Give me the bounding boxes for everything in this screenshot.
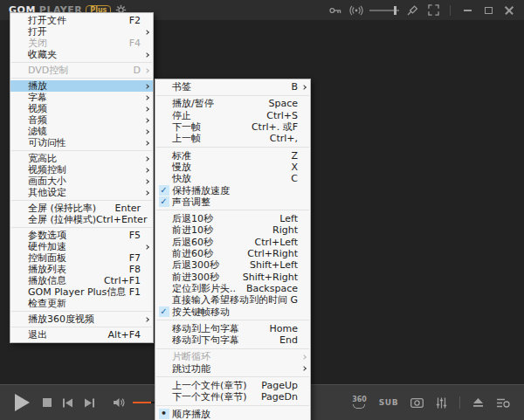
snapshot-icon[interactable]	[410, 397, 424, 408]
main-menu: 打开文件F2打开关闭F4收藏夹DVD控制D播放字幕视频音频滤镜可访问性宽高比视频…	[10, 12, 154, 343]
menu-item[interactable]: 下一帧Ctrl+. 或F	[155, 121, 310, 133]
menu-item[interactable]: 全屏 (拉伸模式)Ctrl+Enter	[10, 214, 153, 225]
menu-separator	[156, 95, 309, 96]
subtitles-icon[interactable]: SUB	[379, 398, 398, 407]
menu-item[interactable]: 下一个文件(章节)PageDn	[155, 391, 310, 403]
menu-separator	[156, 147, 309, 148]
menu-item[interactable]: 直接输入希望移动到的时间G	[155, 294, 310, 306]
maximize-button[interactable]	[480, 3, 496, 18]
menu-item[interactable]: 片断循环	[155, 351, 310, 362]
eject-icon[interactable]	[472, 397, 484, 408]
menu-separator	[11, 150, 152, 151]
menu-item[interactable]: 播放/暂停Space	[155, 98, 310, 109]
360-video-icon[interactable]: 360	[352, 396, 367, 409]
menu-item[interactable]: 慢放X	[155, 162, 310, 173]
menu-item-shortcut: F2	[129, 15, 141, 26]
menu-separator	[156, 210, 309, 210]
menu-item-label: 顺序播放	[172, 408, 210, 420]
menu-item-label: 播放360度视频	[28, 313, 94, 326]
menu-separator	[11, 311, 152, 312]
fullscreen-icon[interactable]	[425, 3, 441, 18]
360-arc	[353, 404, 365, 409]
submenu-arrow-icon	[142, 157, 153, 161]
menu-item[interactable]: 停止Ctrl+S	[155, 110, 310, 121]
menu-separator	[156, 405, 309, 406]
menu-item-shortcut: B	[291, 81, 298, 93]
menu-item[interactable]: •顺序播放	[155, 408, 310, 419]
menu-separator	[11, 200, 152, 201]
opacity-slider[interactable]	[369, 5, 399, 16]
menu-item[interactable]: ✓声音调整	[155, 196, 310, 208]
menu-item-shortcut: F1	[129, 286, 141, 298]
menu-item[interactable]: 退出Alt+F4	[10, 329, 153, 341]
equalizer-icon[interactable]	[436, 397, 447, 409]
menu-item-shortcut: F5	[129, 230, 141, 241]
menu-item[interactable]: 可访问性	[10, 137, 153, 148]
key-icon[interactable]	[328, 3, 343, 18]
menu-item-label: 跳过功能	[172, 362, 210, 375]
menu-item[interactable]: 定位到影片头..Backspace	[155, 283, 310, 294]
menu-item[interactable]: 其他设定	[10, 187, 153, 198]
menu-item[interactable]: DVD控制D	[10, 65, 153, 76]
menu-item[interactable]: 标准Z	[155, 149, 310, 161]
menu-item[interactable]: 收藏夹	[10, 49, 153, 60]
menu-item-shortcut: Ctrl+Enter	[96, 214, 147, 225]
controlbar-separator	[459, 396, 460, 409]
play-button[interactable]	[15, 394, 30, 411]
menu-item[interactable]: 后退10秒Left	[155, 213, 310, 224]
menu-item-shortcut: Shift+Left	[250, 259, 298, 271]
menu-item-label: DVD控制	[28, 64, 68, 77]
submenu-arrow-icon	[300, 86, 310, 89]
menu-item[interactable]: 后退300秒Shift+Left	[155, 259, 310, 271]
menu-item[interactable]: ✓按关键帧移动	[155, 306, 310, 317]
menu-item[interactable]: 移动到下句字幕End	[155, 334, 310, 346]
menu-item[interactable]: 书签B	[155, 81, 310, 93]
submenu-arrow-icon	[142, 245, 153, 249]
menu-item-shortcut: Ctrl+,	[270, 133, 298, 144]
menu-item[interactable]: 移动到上句字幕Home	[155, 323, 310, 334]
submenu-arrow-icon	[142, 31, 153, 34]
menu-item-shortcut: PageUp	[261, 380, 298, 391]
stop-button[interactable]	[43, 398, 52, 407]
menu-separator	[156, 320, 309, 320]
menu-item-shortcut: Alt+F4	[108, 329, 141, 341]
menu-item[interactable]: 跳过功能	[155, 363, 310, 375]
360-label: 360	[352, 396, 367, 403]
minimize-button[interactable]	[459, 3, 475, 18]
menu-item-shortcut: X	[291, 162, 298, 173]
menu-item[interactable]: 前进300秒Shift+Right	[155, 271, 310, 282]
close-button[interactable]	[501, 3, 517, 18]
menu-item-shortcut: Z	[291, 150, 298, 162]
opacity-slider-handle[interactable]	[394, 6, 396, 15]
pin-icon[interactable]	[404, 3, 420, 18]
menu-item[interactable]: 播放360度视频	[10, 313, 153, 325]
submenu-arrow-icon	[142, 191, 153, 195]
menu-item-shortcut: F8	[129, 264, 141, 275]
menu-item-shortcut: Ctrl+Left	[255, 237, 298, 248]
menu-item-shortcut: End	[279, 334, 298, 346]
menu-item[interactable]: 检查更新	[10, 298, 153, 309]
menu-item[interactable]: ✓保持播放速度	[155, 184, 310, 196]
titlebar-separator	[450, 5, 451, 16]
menu-item-shortcut: Backspace	[246, 283, 298, 294]
menu-item[interactable]: 上一个文件(章节)PageUp	[155, 380, 310, 391]
menu-item-label: 下一个文件(章节)	[172, 390, 247, 403]
volume-icon[interactable]	[113, 397, 125, 408]
menu-item-shortcut: Right	[272, 224, 298, 236]
titlebar-right-controls	[328, 3, 517, 18]
playlist-icon[interactable]	[496, 397, 510, 408]
previous-button[interactable]	[62, 398, 73, 408]
menu-separator	[11, 227, 152, 228]
menu-item[interactable]: 后退60秒Ctrl+Left	[155, 237, 310, 248]
menu-item[interactable]: 快放C	[155, 173, 310, 184]
broadcast-icon[interactable]	[348, 3, 364, 18]
submenu-arrow-icon	[300, 367, 310, 370]
menu-item[interactable]: 前进60秒Ctrl+Right	[155, 248, 310, 259]
menu-item-label: 声音调整	[172, 196, 210, 209]
next-button[interactable]	[84, 398, 95, 408]
menu-item-shortcut: Left	[279, 213, 298, 224]
menu-item-shortcut: Space	[268, 98, 298, 109]
menu-item[interactable]: 上一帧Ctrl+,	[155, 133, 310, 144]
menu-item-shortcut: Shift+Right	[243, 272, 298, 283]
menu-item[interactable]: 前进10秒Right	[155, 224, 310, 236]
